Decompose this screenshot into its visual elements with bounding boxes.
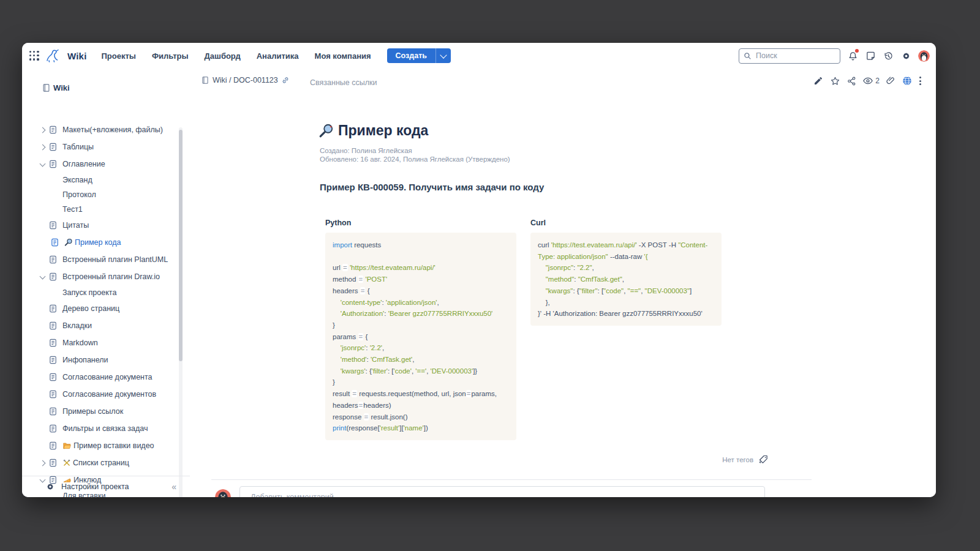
sidebar-item-макеты-вложения-файлы-[interactable]: Макеты(+вложения, файлы) [22,121,179,138]
more-kebab-icon[interactable] [918,75,922,86]
notification-dot [855,49,859,53]
sidebar-item-фильтры-и-связка-задач[interactable]: Фильтры и связка задач [22,420,179,437]
nav-item-фильтры[interactable]: Фильтры [152,51,189,61]
desktop-background: Wiki ПроектыФильтрыДашбордАналитикаМоя к… [0,0,980,551]
sidebar-item-таблицы[interactable]: Таблицы [22,138,179,156]
add-tag-icon[interactable] [758,454,769,465]
related-links-tab[interactable]: Связанные ссылки [310,78,377,87]
sidebar-item-оглавление[interactable]: Оглавление [22,156,179,173]
app-title[interactable]: Wiki [67,51,87,61]
document-icon [48,475,58,485]
sidebar-item-протокол[interactable]: Протокол [22,187,179,202]
history-icon[interactable] [883,50,894,61]
document-heading: Пример КВ-000059. Получить имя задачи по… [320,182,544,192]
search-input[interactable] [755,51,824,61]
chevron-right-icon[interactable] [37,128,48,132]
no-tags-label: Нет тегов [722,456,753,463]
magnifier-icon [318,123,334,139]
sidebar-item-тест1[interactable]: Тест1 [22,202,179,217]
page-toolbar: 2 [813,75,922,86]
sidebar-item-согласование-документа[interactable]: Согласование документа [22,369,179,386]
updated-meta: Обновлено: 16 авг. 2024, Полина Яглейска… [320,156,510,163]
sidebar-item-списки-страниц[interactable]: Списки страниц [22,454,179,471]
nav-item-моя-компания[interactable]: Моя компания [315,51,371,61]
comment-divider [211,479,812,480]
code-block-python: Pythonimport requests url = 'https://tes… [325,219,516,440]
document-icon [48,458,58,468]
sidebar-item-label: Согласование документов [62,390,156,399]
nav-item-проекты[interactable]: Проекты [102,51,136,61]
code-text: curl 'https://test.evateam.ru/api/' -X P… [538,239,714,320]
sidebar-item-label: Списки страниц [73,459,129,467]
chevron-down-icon[interactable] [37,276,48,279]
document-icon [48,255,58,264]
edit-pencil-icon[interactable] [813,75,824,86]
code-block-curl: Curlcurl 'https://test.evateam.ru/api/' … [530,219,722,326]
collapse-sidebar-button[interactable]: « [172,482,176,492]
code-box[interactable]: import requests url = 'https://test.evat… [325,233,516,440]
user-avatar [215,489,231,497]
favorite-star-icon[interactable] [829,75,840,86]
folder-icon [62,441,72,450]
page-title-row: Пример кода [318,122,428,139]
sidebar-item-цитаты[interactable]: Цитаты [22,217,179,234]
sidebar-item-запуск-проекта[interactable]: Запуск проекта [22,285,179,300]
search-box[interactable] [739,48,840,64]
top-header: Wiki ПроектыФильтрыДашбордАналитикаМоя к… [22,43,936,69]
main-nav: ПроектыФильтрыДашбордАналитикаМоя компан… [102,51,371,61]
code-box[interactable]: curl 'https://test.evateam.ru/api/' -X P… [530,233,722,326]
tools-icon [62,459,71,467]
code-block-label: Curl [530,219,722,227]
language-globe-icon[interactable] [902,75,913,86]
document-icon [48,304,58,313]
document-icon [48,272,58,282]
breadcrumb-path: Wiki / DOC-001123 [213,76,278,84]
attachment-paperclip-icon[interactable] [885,75,896,86]
sidebar-item-пример-вставки-видео[interactable]: Пример вставки видео [22,437,179,454]
sidebar-project-title[interactable]: Wiki [42,83,70,92]
views-counter[interactable]: 2 [862,75,880,86]
link-icon[interactable] [281,76,290,84]
chevron-down-icon[interactable] [37,163,48,166]
create-dropdown-arrow[interactable] [435,48,451,63]
nav-item-дашборд[interactable]: Дашборд [205,51,241,61]
chevron-right-icon[interactable] [37,145,48,149]
nav-item-аналитика[interactable]: Аналитика [257,51,299,61]
create-button[interactable]: Создать [387,48,451,63]
apps-grid-icon[interactable] [29,51,39,61]
user-avatar[interactable] [918,50,930,62]
document-icon [48,372,58,382]
comment-input[interactable] [239,486,765,497]
sidebar-item-markdown[interactable]: Markdown [22,334,179,351]
sidebar-item-дерево-страниц[interactable]: Дерево страниц [22,300,179,317]
comment-row [215,486,765,497]
page-title: Пример кода [338,122,428,139]
sidebar-item-встроенный-плагин-plantuml[interactable]: Встроенный плагин PlantUML [22,251,179,268]
notes-icon[interactable] [865,50,876,61]
sidebar-item-инфопанели[interactable]: Инфопанели [22,351,179,369]
views-count: 2 [875,77,880,85]
document-icon [48,321,58,331]
chevron-down-icon[interactable] [37,479,48,482]
breadcrumb[interactable]: Wiki / DOC-001123 [201,76,290,84]
sidebar-item-пример-кода[interactable]: Пример кода [22,234,179,251]
sidebar-item-вкладки[interactable]: Вкладки [22,317,179,334]
book-icon [201,76,209,84]
sidebar-item-экспанд[interactable]: Экспанд [22,173,179,187]
sidebar-item-согласование-документов[interactable]: Согласование документов [22,386,179,403]
document-icon [48,407,58,416]
notifications-bell-icon[interactable] [847,50,858,61]
chevron-right-icon[interactable] [37,461,48,465]
sidebar-item-label: Markdown [62,339,98,347]
document-icon [48,338,58,348]
sidebar-item-встроенный-плагин-draw-io[interactable]: Встроенный плагин Draw.io [22,268,179,285]
dino-logo-icon [45,48,61,63]
scrollbar-thumb[interactable] [179,130,183,361]
sidebar-scrollbar[interactable] [179,127,183,497]
sidebar-item-label: Примеры ссылок [62,407,123,416]
share-icon[interactable] [846,75,857,86]
code-block-label: Python [325,219,516,227]
settings-gear-icon[interactable] [900,50,911,61]
sidebar-item-примеры-ссылок[interactable]: Примеры ссылок [22,403,179,420]
sidebar-item-label: Пример кода [75,238,121,247]
